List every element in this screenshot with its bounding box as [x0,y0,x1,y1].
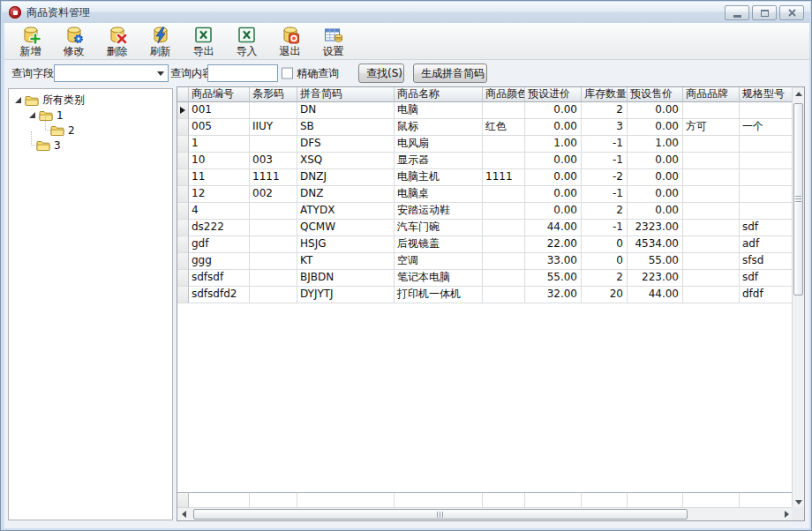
toolbar-button-new[interactable]: 新增 [9,24,52,59]
table-cell [483,236,525,253]
column-header-8[interactable]: 商品品牌 [683,87,740,102]
table-cell [483,186,525,203]
table-cell [250,220,297,236]
table-cell [683,136,740,153]
query-content-input[interactable] [207,64,278,82]
window-title: 商品资料管理 [26,5,90,20]
generate-pinyin-button[interactable]: 生成拼音简码 [413,64,487,83]
table-cell: 0.00 [628,102,683,119]
scroll-up-button[interactable] [793,87,804,101]
footer-cell [683,493,740,507]
scrollbar-corner [792,507,804,520]
row-indicator-cell [177,119,189,136]
column-header-3[interactable]: 商品名称 [395,87,483,102]
find-button[interactable]: 查找(S) [358,64,404,83]
tree-expander-icon[interactable] [14,96,22,104]
table-cell [683,203,740,220]
table-cell: sdfsdf [189,270,250,287]
table-cell: 0.00 [525,203,582,220]
column-header-1[interactable]: 条形码 [250,87,297,102]
table-cell: 电脑主机 [395,169,483,186]
folder-icon [50,124,64,136]
table-row[interactable]: 10003XSQ显示器0.00-10.00 [177,153,793,169]
tree-item-1[interactable]: 1 [9,108,172,123]
tree-item-label: 1 [56,109,64,122]
table-row[interactable]: gggKT空调33.00055.00sfsd [177,253,793,270]
database-delete-icon [107,25,128,46]
tree-item-0[interactable]: 所有类别 [9,93,172,108]
horizontal-scrollbar-thumb[interactable] [193,509,688,520]
column-header-2[interactable]: 拼音简码 [297,87,395,102]
table-row[interactable]: 4ATYDX安踏运动鞋0.0020.00 [177,203,793,220]
table-row[interactable]: 12002DNZ电脑桌0.00-10.00 [177,186,793,203]
scroll-left-button[interactable] [177,508,191,520]
table-row[interactable]: 1DFS电风扇1.00-11.00 [177,136,793,153]
table-cell: ggg [189,253,250,270]
column-header-5[interactable]: 预设进价 [525,87,582,102]
table-row[interactable]: 005IIUYSB鼠标红色0.0030.00方可一个 [177,119,793,136]
column-header-6[interactable]: 库存数量 [582,87,628,102]
table-cell: 005 [189,119,250,136]
table-row[interactable]: sdfsdfd2DYJYTJ打印机一体机32.002044.00dfdf [177,287,793,303]
table-cell [250,102,297,119]
table-cell [683,236,740,253]
table-cell: 223.00 [628,270,683,287]
vertical-scrollbar-thumb[interactable] [793,103,803,295]
table-cell: 1111 [483,169,525,186]
table-cell [740,186,793,203]
column-header-4[interactable]: 商品颜色 [483,87,525,102]
table-row[interactable]: 001DN电脑0.0020.00 [177,102,793,119]
table-cell: 打印机一体机 [395,287,483,303]
exact-query-checkbox[interactable] [282,68,293,79]
exact-query-label: 精确查询 [297,66,339,81]
vertical-scrollbar[interactable] [792,87,804,509]
maximize-button[interactable] [752,5,777,20]
toolbar-button-delete[interactable]: 删除 [95,24,139,59]
chevron-down-icon [157,71,164,76]
toolbar-button-import[interactable]: 导入 [225,24,268,59]
column-header-9[interactable]: 规格型号 [740,87,793,102]
tree-expander-icon[interactable] [28,111,36,119]
tree-item-label: 3 [54,139,61,152]
minimize-button[interactable] [725,5,749,20]
arrow-up-icon [795,92,802,96]
table-cell: 0.00 [628,203,683,220]
table-cell: 1 [189,136,250,153]
toolbar-button-refresh[interactable]: 刷新 [139,24,182,59]
table-cell: 22.00 [525,236,582,253]
toolbar-button-export[interactable]: 导出 [182,24,225,59]
database-add-icon [20,25,41,46]
toolbar-button-label: 退出 [280,46,301,57]
horizontal-scrollbar[interactable] [177,507,793,520]
title-bar[interactable]: 商品资料管理 [2,2,810,23]
table-cell [250,236,297,253]
table-row[interactable]: ds222QCMW汽车门碗44.00-12323.00sdf [177,220,793,236]
toolbar-button-exit[interactable]: 退出 [268,24,312,59]
table-cell: 方可 [683,119,740,136]
table-cell: 2323.00 [628,220,683,236]
column-header-7[interactable]: 预设售价 [628,87,683,102]
toolbar-button-settings[interactable]: 设置 [312,24,355,59]
arrow-left-icon [182,511,186,518]
tree-item-3[interactable]: 3 [9,138,172,153]
table-row[interactable]: 111111DNZJ电脑主机11110.00-20.00 [177,169,793,186]
column-header-0[interactable]: 商品编号 [189,87,250,102]
footer-cell [189,493,250,507]
toolbar-button-modify[interactable]: 修改 [52,24,95,59]
table-row[interactable]: gdfHSJG后视镜盖22.0004534.00adf [177,236,793,253]
table-cell: sdf [740,270,793,287]
window-controls [725,5,804,20]
table-row[interactable]: sdfsdfBJBDN笔记本电脑55.002223.00sdf [177,270,793,287]
query-field-select[interactable] [54,64,169,82]
table-cell [683,186,740,203]
arrow-down-icon [795,500,802,505]
toolbar-button-label: 删除 [107,46,128,57]
table-cell [740,203,793,220]
table-cell: 红色 [483,119,525,136]
toolbar-button-label: 设置 [323,46,344,57]
table-cell: 电脑桌 [395,186,483,203]
table-cell: -1 [582,153,628,169]
excel-import-icon [237,25,258,46]
close-button[interactable] [779,5,804,20]
table-cell [250,136,297,153]
